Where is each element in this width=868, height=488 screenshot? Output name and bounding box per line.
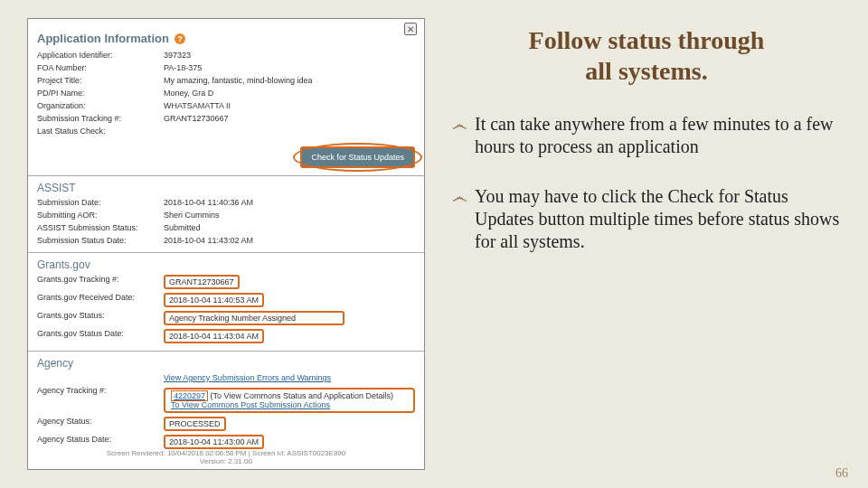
label-gg-status: Grants.gov Status: <box>37 311 164 325</box>
heading-line-1: Follow status through <box>452 25 841 56</box>
highlight-box: 2018-10-04 11:40:53 AM <box>164 293 264 307</box>
bullet-swirl-icon: ෴ <box>452 113 467 158</box>
agency-section-title: Agency <box>37 357 415 370</box>
slide-heading: Follow status through all systems. <box>452 25 841 86</box>
bullet-swirl-icon: ෴ <box>452 185 467 253</box>
bullet-item: ෴ You may have to click the Check for St… <box>452 185 841 253</box>
label-gg-status-date: Grants.gov Status Date: <box>37 329 164 343</box>
label-assist-aor: Submitting AOR: <box>37 211 164 220</box>
value-gg-received: 2018-10-04 11:40:53 AM <box>164 293 415 307</box>
value-assist-status-date: 2018-10-04 11:43:02 AM <box>164 236 415 245</box>
value-pdpi: Money, Gra D <box>164 89 415 98</box>
label-organization: Organization: <box>37 101 164 110</box>
label-agency-status: Agency Status: <box>37 417 164 431</box>
agency-highlight-box: 4220297 (To View Commons Status and Appl… <box>164 388 415 413</box>
value-gg-status-date: 2018-10-04 11:43:04 AM <box>164 329 415 343</box>
label-assist-sub-date: Submission Date: <box>37 198 164 207</box>
value-submission-tracking: GRANT12730667 <box>164 114 415 123</box>
value-organization: WHATSAMATTA II <box>164 101 415 110</box>
agency-post-submission-link[interactable]: To View Commons Post Submission Actions <box>171 400 330 409</box>
value-app-identifier: 397323 <box>164 51 415 60</box>
grantsgov-section-title: Grants.gov <box>37 258 415 271</box>
value-gg-tracking: GRANT12730667 <box>164 275 415 289</box>
heading-line-2: all systems. <box>452 56 841 87</box>
footer-version: Version: 2.31.00 <box>28 457 424 465</box>
label-pdpi: PD/PI Name: <box>37 89 164 98</box>
highlight-box: PROCESSED <box>164 417 226 431</box>
highlight-box: 2018-10-04 11:43:00 AM <box>164 435 264 449</box>
assist-section-title: ASSIST <box>37 182 415 194</box>
check-status-updates-button[interactable]: Check for Status Updates <box>300 146 415 168</box>
bullet-item: ෴ It can take anywhere from a few minute… <box>452 113 841 158</box>
agency-errors-link[interactable]: View Agency Submission Errors and Warnin… <box>164 373 331 382</box>
divider <box>28 351 424 352</box>
value-foa: PA-18-375 <box>164 63 415 72</box>
panel-title-app-info: Application Information ? <box>37 32 415 45</box>
label-gg-tracking: Grants.gov Tracking #: <box>37 275 164 289</box>
agency-tracking-suffix: (To View Commons Status and Application … <box>208 391 393 400</box>
value-agency-status-date: 2018-10-04 11:43:00 AM <box>164 435 415 449</box>
value-assist-aor: Sheri Cummins <box>164 211 415 220</box>
divider <box>28 175 424 176</box>
label-foa: FOA Number: <box>37 63 164 72</box>
value-assist-sub-date: 2018-10-04 11:40:36 AM <box>164 198 415 207</box>
panel-footer: Screen Rendered: 10/04/2018 02:06:58 PM … <box>28 449 424 465</box>
label-submission-tracking: Submission Tracking #: <box>37 114 164 123</box>
highlight-box: GRANT12730667 <box>164 275 240 289</box>
label-last-status-check: Last Status Check: <box>37 127 164 136</box>
label-gg-received: Grants.gov Received Date: <box>37 293 164 307</box>
label-app-identifier: Application Identifier: <box>37 51 164 60</box>
label-assist-status-date: Submission Status Date: <box>37 236 164 245</box>
footer-rendered: Screen Rendered: 10/04/2018 02:06:58 PM … <box>28 449 424 457</box>
application-info-panel: ✕ Application Information ? Application … <box>27 18 425 470</box>
page-number: 66 <box>835 466 848 481</box>
bullet-text-1: It can take anywhere from a few minutes … <box>475 113 841 158</box>
highlight-box: Agency Tracking Number Assigned <box>164 311 344 325</box>
value-last-status-check <box>164 127 415 136</box>
check-status-button-label: Check for Status Updates <box>311 153 404 162</box>
label-agency-tracking: Agency Tracking #: <box>37 386 164 413</box>
label-project-title: Project Title: <box>37 76 164 85</box>
value-gg-status: Agency Tracking Number Assigned <box>164 311 415 325</box>
divider <box>28 252 424 253</box>
value-agency-status: PROCESSED <box>164 417 415 431</box>
label-assist-status: ASSIST Submission Status: <box>37 223 164 232</box>
bullet-text-2: You may have to click the Check for Stat… <box>475 185 841 253</box>
app-info-title-text: Application Information <box>37 32 169 45</box>
value-project-title: My amazing, fantastic, mind-blowing idea <box>164 76 415 85</box>
value-assist-status: Submitted <box>164 223 415 232</box>
highlight-box: 2018-10-04 11:43:04 AM <box>164 329 264 343</box>
help-icon[interactable]: ? <box>175 33 185 44</box>
label-agency-status-date: Agency Status Date: <box>37 435 164 449</box>
close-icon[interactable]: ✕ <box>404 23 417 35</box>
